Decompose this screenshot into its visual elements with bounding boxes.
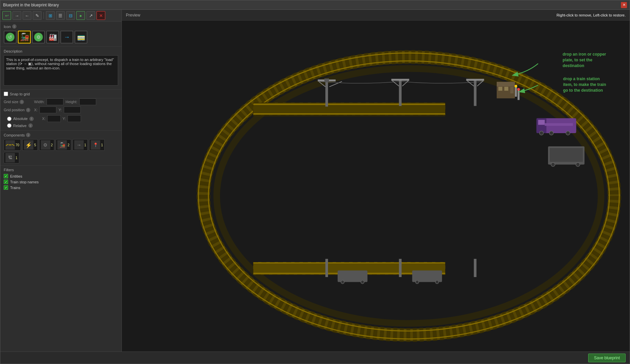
svg-rect-43 [510,87,514,93]
grid-fields: Grid size i Width: Height: Grid position… [0,98,121,131]
svg-point-56 [435,280,439,284]
icon-section-label: Icon i [4,24,118,29]
components-info[interactable]: i [26,133,30,137]
delete-button[interactable]: ✕ [97,11,105,20]
track-svg [122,21,630,352]
icon-slot-4[interactable]: 🏭 [46,31,59,43]
grid-position-info[interactable]: i [26,108,30,112]
svg-point-45 [515,85,517,88]
absolute-info[interactable]: i [29,117,34,121]
components-row: 70 ⚡ 5 ⚙ 2 🚂 2 [4,139,118,163]
filter-entities[interactable]: Entities [4,174,118,178]
left-panel: ↩ → ← ✎ ⊞ ☰ ⊟ ● ↗ ✕ Icon i [0,10,122,352]
export-button[interactable]: ↗ [86,11,95,20]
entities-checkbox[interactable] [4,174,8,178]
trains-label: Trains [10,186,20,190]
component-structure[interactable]: 🏗 1 [4,152,19,163]
component-train[interactable]: → 1 [73,139,88,151]
grid-view-button[interactable]: ⊞ [46,11,55,20]
green-dot-button[interactable]: ● [76,11,85,20]
svg-rect-20 [399,80,402,106]
back-button[interactable]: ← [23,11,31,20]
preview-label: Preview [126,13,140,18]
component-pole[interactable]: ⚡ 5 [22,139,38,151]
bottom-bar: Save blueprint [0,352,630,364]
preview-canvas: drop an iron or copper plate, to set the… [122,21,630,352]
svg-rect-40 [497,82,515,87]
filters-section: Filters Entities Train stop names Trains [0,166,121,193]
svg-rect-17 [324,79,329,82]
grid-y-input[interactable] [64,107,81,113]
component-station[interactable]: 📍 1 [89,139,105,151]
list-view-button[interactable]: ☰ [56,11,65,20]
cargo-icon: 🏭 [49,33,57,41]
relative-row: Relative i [4,123,118,128]
svg-rect-42 [504,87,509,91]
component-item3[interactable]: ⚙ 2 [39,139,55,151]
component3-count: 2 [51,143,53,147]
trains-checkbox[interactable] [4,185,8,190]
absolute-radio[interactable] [7,117,11,121]
svg-point-47 [517,88,520,91]
svg-rect-44 [515,87,517,96]
icon-slot-3[interactable]: ⚙ [32,31,45,43]
preview-header: Preview Right-click to remove, Left-clic… [122,10,630,21]
edit-button[interactable]: ✎ [33,11,42,20]
component-track[interactable]: 70 [4,139,21,151]
annotation-train-station: drop a train station item, to make the t… [563,76,606,93]
forward-button[interactable]: → [12,11,21,20]
engine-icon: 🚃 [77,33,85,41]
absolute-y-input[interactable] [67,115,81,122]
icon-section: Icon i ↺ 🚂 ⚙ [0,22,121,47]
train-icon: 🚂 [20,33,29,41]
grid-width-input[interactable] [47,98,63,105]
structure-icon: 🏗 [5,153,15,162]
station-icon: 📍 [91,140,100,150]
annotation-iron-copper: drop an iron or copper plate, to set the… [563,52,606,68]
component-item4[interactable]: 🚂 2 [56,139,71,151]
svg-rect-48 [325,259,328,277]
train-stop-names-checkbox[interactable] [4,180,8,184]
grid-height-input[interactable] [79,98,96,105]
svg-rect-46 [518,90,520,100]
grid-size-label: Grid size i [4,100,34,104]
absolute-x-input[interactable] [47,115,61,122]
filter-trains[interactable]: Trains [4,185,118,190]
description-textarea[interactable]: This is a proof-of-concept, to dispatch … [4,55,118,86]
grid-size-info[interactable]: i [20,100,24,104]
snap-to-grid-checkbox[interactable] [4,92,8,96]
svg-point-52 [341,280,344,284]
grid-position-label: Grid position i [4,108,34,112]
icon-slot-5[interactable]: → [60,31,73,43]
icon-slot-6[interactable]: 🚃 [75,31,87,43]
snap-to-grid-checkbox-label[interactable]: Snap to grid [4,92,30,96]
grid-x-input[interactable] [39,107,56,113]
train-count: 1 [84,143,86,147]
entities-label: Entities [10,174,22,178]
icon-info[interactable]: i [12,24,17,29]
svg-rect-12 [253,262,445,264]
component4-count: 2 [67,143,70,147]
components-label: Components i [4,133,118,137]
relative-radio[interactable] [7,123,11,128]
track-icon [5,140,15,150]
green-circle-icon: ↺ [6,33,15,41]
save-blueprint-button[interactable]: Save blueprint [588,354,626,362]
relative-info[interactable]: i [28,123,33,128]
svg-rect-25 [466,79,484,81]
station-count: 1 [101,143,103,147]
icon-grid: ↺ 🚂 ⚙ 🏭 → [4,31,118,43]
snap-to-grid-row: Snap to grid [0,90,121,98]
green-icon-alt: ⚙ [34,33,43,41]
icon-slot-2-selected[interactable]: 🚂 [18,31,31,43]
toolbar: ↩ → ← ✎ ⊞ ☰ ⊟ ● ↗ ✕ [0,10,121,22]
close-button[interactable]: ✕ [621,2,627,8]
title-bar: Blueprint in the blueprint library ✕ [0,0,630,10]
grid-position-row: Grid position i X: Y: [4,107,118,113]
track-count: 70 [16,143,19,147]
svg-rect-21 [391,79,409,81]
undo-button[interactable]: ↩ [2,11,11,20]
filter-train-stop-names[interactable]: Train stop names [4,180,118,184]
icon-slot-1[interactable]: ↺ [4,31,17,43]
filter-button[interactable]: ⊟ [66,11,75,20]
